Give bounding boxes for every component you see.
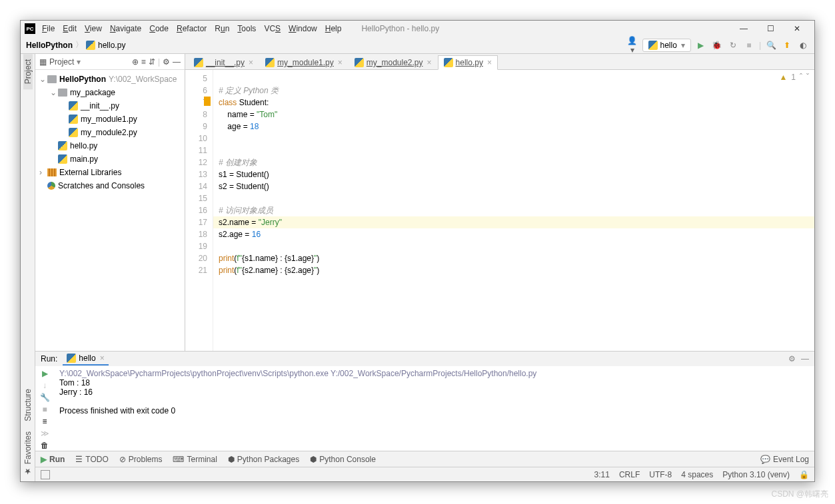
status-bar: 3:11 CRLF UTF-8 4 spaces Python 3.10 (ve… <box>35 467 814 481</box>
tab-init[interactable]: __init__.py× <box>188 55 259 70</box>
ide-window: PC File Edit View Navigate Code Refactor… <box>20 20 815 482</box>
gear-icon[interactable]: ⚙ <box>163 57 170 67</box>
tree-external-libs[interactable]: ›External Libraries <box>35 166 185 179</box>
bt-terminal[interactable]: ⌨Terminal <box>173 455 217 464</box>
titlebar: PC File Edit View Navigate Code Refactor… <box>21 21 814 37</box>
tool-button[interactable]: 🔧 <box>40 393 50 402</box>
bt-pypackages[interactable]: ⬢Python Packages <box>228 455 299 464</box>
body: Project Structure ★ Favorites ▦Project▾ … <box>21 54 814 481</box>
python-file-icon <box>86 41 95 50</box>
editor-panel: __init__.py× my_module1.py× my_module2.p… <box>185 54 814 351</box>
close-tab-icon[interactable]: × <box>487 58 492 67</box>
bt-eventlog[interactable]: 💬Event Log <box>760 455 809 464</box>
coverage-button[interactable]: ↻ <box>727 41 739 50</box>
code-lines[interactable]: # 定义 Python 类 class Student: name = "Tom… <box>213 70 814 351</box>
rail-project[interactable]: Project <box>23 54 33 89</box>
run-config-name: hello <box>660 41 677 50</box>
tab-module1[interactable]: my_module1.py× <box>259 55 349 70</box>
project-panel: ▦Project▾ ⊕ ≡ ⇵ | ⚙ — ⌄HelloPythonY:\002… <box>35 54 185 351</box>
tree-file[interactable]: main.py <box>35 152 185 166</box>
bookmark-icon[interactable] <box>204 97 211 106</box>
tree-scratches[interactable]: Scratches and Consoles <box>35 179 185 192</box>
tree-package[interactable]: ⌄my_package <box>35 86 185 99</box>
gutter: 56789101112131415161718192021 <box>185 70 213 351</box>
menu-refactor[interactable]: Refactor <box>177 24 207 33</box>
search-icon[interactable]: 🔍 <box>765 41 777 50</box>
console-output[interactable]: Y:\002_WorkSpace\PycharmProjects\pythonP… <box>54 366 814 451</box>
stop-run-button[interactable]: ↓ <box>43 381 47 390</box>
tool-button[interactable]: ≡ <box>42 417 47 426</box>
breadcrumb-sep: 〉 <box>75 39 83 51</box>
editor-tabs: __init__.py× my_module1.py× my_module2.p… <box>185 54 814 70</box>
breadcrumb-root[interactable]: HelloPython <box>26 41 73 50</box>
rail-favorites[interactable]: ★ Favorites <box>23 426 33 481</box>
close-tab-icon[interactable]: × <box>249 58 253 67</box>
encoding[interactable]: UTF-8 <box>649 470 672 479</box>
bottom-toolbar: ▶Run ☰TODO ⊘Problems ⌨Terminal ⬢Python P… <box>35 451 814 467</box>
interpreter[interactable]: Python 3.10 (venv) <box>722 470 790 479</box>
delete-button[interactable]: 🗑 <box>41 441 49 450</box>
project-panel-header: ▦Project▾ ⊕ ≡ ⇵ | ⚙ — <box>35 54 185 70</box>
menu-code[interactable]: Code <box>149 24 169 33</box>
project-tree: ⌄HelloPythonY:\002_WorkSpace ⌄my_package… <box>35 70 185 195</box>
tab-hello[interactable]: hello.py× <box>438 55 498 70</box>
status-box-icon[interactable] <box>41 470 50 479</box>
bt-problems[interactable]: ⊘Problems <box>119 455 163 464</box>
menu-help[interactable]: Help <box>325 24 342 33</box>
line-separator[interactable]: CRLF <box>619 470 640 479</box>
run-header: Run: hello× ⚙ — <box>35 352 814 366</box>
tool-button[interactable]: ≫ <box>41 429 49 438</box>
bt-pyconsole[interactable]: ⬢Python Console <box>310 455 376 464</box>
menu-file[interactable]: File <box>42 24 55 33</box>
close-tab-icon[interactable]: × <box>427 58 432 67</box>
tool-button[interactable]: ■ <box>42 405 47 414</box>
inspection-widget[interactable]: ▲1ˆˇ <box>779 73 809 82</box>
run-button[interactable]: ▶ <box>695 41 707 50</box>
menu-navigate[interactable]: Navigate <box>110 24 141 33</box>
indent[interactable]: 4 spaces <box>681 470 713 479</box>
close-tab-icon[interactable]: × <box>338 58 343 67</box>
menu-edit[interactable]: Edit <box>63 24 77 33</box>
breadcrumb-file[interactable]: hello.py <box>98 41 125 50</box>
rail-structure[interactable]: Structure <box>23 383 33 427</box>
code-editor[interactable]: ▲1ˆˇ 56789101112131415161718192021 # 定义 … <box>185 70 814 351</box>
locate-icon[interactable]: ⊕ <box>132 57 139 67</box>
tree-file[interactable]: my_module1.py <box>35 113 185 126</box>
tab-module2[interactable]: my_module2.py× <box>349 55 438 70</box>
menu-tools[interactable]: Tools <box>237 24 256 33</box>
caret-position[interactable]: 3:11 <box>594 470 610 479</box>
menu-window[interactable]: Window <box>289 24 317 33</box>
ide-help-icon[interactable]: ◐ <box>797 41 809 50</box>
bt-run[interactable]: ▶Run <box>41 455 65 464</box>
left-tool-rail: Project Structure ★ Favorites <box>21 54 35 481</box>
tree-file[interactable]: __init__.py <box>35 99 185 113</box>
bt-todo[interactable]: ☰TODO <box>75 455 108 464</box>
hide-icon[interactable]: — <box>173 57 181 67</box>
tree-root[interactable]: ⌄HelloPythonY:\002_WorkSpace <box>35 73 185 86</box>
expand-icon[interactable]: ≡ <box>141 57 146 67</box>
menu-view[interactable]: View <box>85 24 102 33</box>
update-icon[interactable]: ⬆ <box>781 41 793 50</box>
lock-icon[interactable]: 🔒 <box>799 470 809 479</box>
debug-button[interactable]: 🐞 <box>711 41 723 50</box>
window-title: HelloPython - hello.py <box>361 24 439 33</box>
rerun-button[interactable]: ▶ <box>42 369 48 378</box>
user-icon[interactable]: 👤▾ <box>626 36 638 55</box>
run-hide-icon[interactable]: — <box>801 354 809 364</box>
close-button[interactable]: ✕ <box>784 22 810 35</box>
run-tab[interactable]: hello× <box>63 352 108 366</box>
run-toolbar: ▶ ↓ 🔧 ■ ≡ ≫ 🗑 <box>35 366 54 451</box>
app-logo: PC <box>25 23 35 34</box>
watermark: CSDN @韩曙亮 <box>771 489 828 500</box>
maximize-button[interactable]: ☐ <box>757 22 784 35</box>
minimize-button[interactable]: — <box>730 22 757 35</box>
stop-button[interactable]: ■ <box>743 41 755 50</box>
run-config-select[interactable]: hello ▾ <box>642 39 691 52</box>
menu-vcs[interactable]: VCS <box>264 24 281 33</box>
collapse-icon[interactable]: ⇵ <box>149 57 155 67</box>
run-gear-icon[interactable]: ⚙ <box>788 354 796 364</box>
tree-file[interactable]: hello.py <box>35 139 185 152</box>
tree-file[interactable]: my_module2.py <box>35 126 185 139</box>
python-icon <box>648 41 658 50</box>
menu-run[interactable]: Run <box>215 24 229 33</box>
